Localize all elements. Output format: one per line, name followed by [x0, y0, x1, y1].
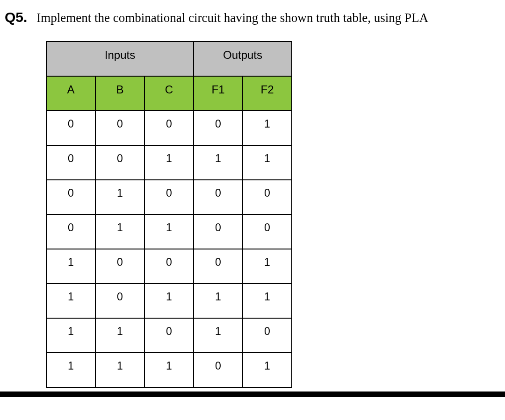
cell-b: 1: [95, 353, 144, 387]
col-header-f1: F1: [194, 76, 243, 111]
cell-a: 1: [46, 353, 95, 387]
cell-a: 0: [46, 145, 95, 180]
cell-a: 0: [46, 180, 95, 214]
table-row: 1 0 0 0 1: [46, 249, 292, 284]
table-row: 0 1 0 0 0: [46, 180, 292, 214]
cell-a: 1: [46, 284, 95, 318]
cell-f2: 1: [243, 145, 292, 180]
cell-a: 1: [46, 318, 95, 353]
cell-f2: 1: [243, 111, 292, 145]
cell-c: 1: [144, 353, 194, 387]
cell-c: 0: [144, 318, 194, 353]
question-text: Implement the combinational circuit havi…: [36, 9, 428, 27]
cell-c: 0: [144, 249, 194, 284]
question-row: Q5. Implement the combinational circuit …: [0, 9, 505, 27]
cell-f1: 0: [194, 249, 243, 284]
cell-a: 1: [46, 249, 95, 284]
cell-f1: 0: [194, 180, 243, 214]
cell-b: 1: [95, 318, 144, 353]
cell-f1: 1: [194, 145, 243, 180]
cell-f1: 0: [194, 353, 243, 387]
inputs-group-header: Inputs: [46, 42, 194, 76]
col-header-a: A: [46, 76, 95, 111]
cell-f2: 1: [243, 249, 292, 284]
table-row: 0 0 1 1 1: [46, 145, 292, 180]
cell-f2: 1: [243, 284, 292, 318]
col-header-c: C: [144, 76, 194, 111]
footer-bar: [0, 392, 505, 397]
table-row: 0 1 1 0 0: [46, 214, 292, 249]
table-row: 1 0 1 1 1: [46, 284, 292, 318]
cell-f1: 1: [194, 284, 243, 318]
table-row: 0 0 0 0 1: [46, 111, 292, 145]
outputs-group-header: Outputs: [194, 42, 292, 76]
table-row: 1 1 1 0 1: [46, 353, 292, 387]
column-header-row: A B C F1 F2: [46, 76, 292, 111]
cell-c: 1: [144, 145, 194, 180]
cell-a: 0: [46, 214, 95, 249]
col-header-f2: F2: [243, 76, 292, 111]
cell-b: 0: [95, 249, 144, 284]
cell-f2: 0: [243, 318, 292, 353]
cell-f1: 0: [194, 111, 243, 145]
cell-f1: 1: [194, 318, 243, 353]
cell-f2: 0: [243, 180, 292, 214]
cell-c: 0: [144, 111, 194, 145]
cell-c: 1: [144, 284, 194, 318]
truth-table-wrap: Inputs Outputs A B C F1 F2 0 0 0 0 1 0 0: [0, 27, 505, 388]
cell-f1: 0: [194, 214, 243, 249]
group-header-row: Inputs Outputs: [46, 42, 292, 76]
cell-b: 0: [95, 284, 144, 318]
cell-f2: 1: [243, 353, 292, 387]
question-number: Q5.: [5, 9, 27, 25]
cell-b: 1: [95, 214, 144, 249]
cell-b: 1: [95, 180, 144, 214]
cell-b: 0: [95, 111, 144, 145]
cell-f2: 0: [243, 214, 292, 249]
cell-c: 1: [144, 214, 194, 249]
cell-b: 0: [95, 145, 144, 180]
table-row: 1 1 0 1 0: [46, 318, 292, 353]
col-header-b: B: [95, 76, 144, 111]
truth-table: Inputs Outputs A B C F1 F2 0 0 0 0 1 0 0: [46, 41, 292, 388]
cell-c: 0: [144, 180, 194, 214]
table-body: 0 0 0 0 1 0 0 1 1 1 0 1 0 0 0 0: [46, 111, 292, 387]
cell-a: 0: [46, 111, 95, 145]
